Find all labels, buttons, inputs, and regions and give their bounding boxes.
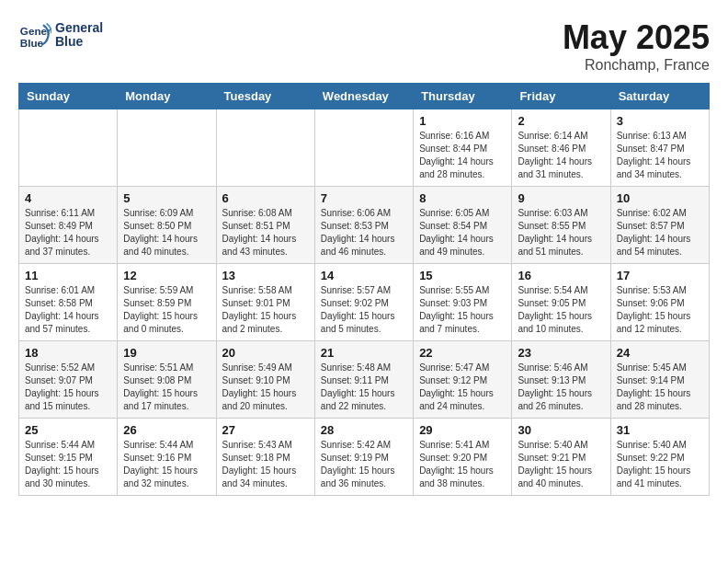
- location-title: Ronchamp, France: [563, 57, 710, 74]
- day-info: Sunrise: 5:49 AM Sunset: 9:10 PM Dayligh…: [222, 362, 309, 413]
- day-cell: 7Sunrise: 6:06 AM Sunset: 8:53 PM Daylig…: [314, 187, 413, 264]
- day-cell: 29Sunrise: 5:41 AM Sunset: 9:20 PM Dayli…: [414, 419, 512, 496]
- day-cell: 25Sunrise: 5:44 AM Sunset: 9:15 PM Dayli…: [19, 419, 118, 496]
- day-info: Sunrise: 6:13 AM Sunset: 8:47 PM Dayligh…: [617, 130, 703, 181]
- day-cell: 20Sunrise: 5:49 AM Sunset: 9:10 PM Dayli…: [216, 341, 314, 419]
- weekday-header-saturday: Saturday: [610, 84, 709, 109]
- day-cell: 19Sunrise: 5:51 AM Sunset: 9:08 PM Dayli…: [118, 341, 216, 419]
- day-info: Sunrise: 6:01 AM Sunset: 8:58 PM Dayligh…: [25, 284, 111, 336]
- day-number: 31: [617, 423, 703, 437]
- day-number: 6: [222, 191, 309, 205]
- day-cell: 23Sunrise: 5:46 AM Sunset: 9:13 PM Dayli…: [512, 341, 610, 419]
- day-cell: [216, 109, 314, 187]
- day-info: Sunrise: 6:16 AM Sunset: 8:44 PM Dayligh…: [419, 130, 506, 181]
- day-info: Sunrise: 6:05 AM Sunset: 8:54 PM Dayligh…: [419, 207, 506, 259]
- weekday-header-row: SundayMondayTuesdayWednesdayThursdayFrid…: [19, 84, 710, 109]
- day-number: 29: [419, 423, 506, 437]
- logo-text: General Blue: [55, 21, 103, 50]
- logo-line1: General: [55, 21, 103, 35]
- day-cell: 13Sunrise: 5:58 AM Sunset: 9:01 PM Dayli…: [216, 264, 314, 341]
- day-info: Sunrise: 5:40 AM Sunset: 9:21 PM Dayligh…: [518, 439, 604, 490]
- day-info: Sunrise: 6:06 AM Sunset: 8:53 PM Dayligh…: [321, 207, 407, 259]
- day-info: Sunrise: 5:47 AM Sunset: 9:12 PM Dayligh…: [419, 362, 506, 413]
- week-row-3: 11Sunrise: 6:01 AM Sunset: 8:58 PM Dayli…: [19, 264, 710, 341]
- day-info: Sunrise: 5:43 AM Sunset: 9:18 PM Dayligh…: [222, 439, 309, 490]
- day-cell: 6Sunrise: 6:08 AM Sunset: 8:51 PM Daylig…: [216, 187, 314, 264]
- day-number: 13: [222, 269, 309, 282]
- day-info: Sunrise: 5:53 AM Sunset: 9:06 PM Dayligh…: [617, 284, 703, 336]
- day-number: 19: [123, 346, 210, 360]
- day-number: 14: [321, 269, 407, 282]
- day-number: 8: [419, 191, 506, 205]
- weekday-header-monday: Monday: [118, 84, 216, 109]
- day-number: 18: [25, 346, 111, 360]
- day-info: Sunrise: 6:03 AM Sunset: 8:55 PM Dayligh…: [518, 207, 604, 259]
- day-cell: 16Sunrise: 5:54 AM Sunset: 9:05 PM Dayli…: [512, 264, 610, 341]
- day-cell: 3Sunrise: 6:13 AM Sunset: 8:47 PM Daylig…: [610, 109, 709, 187]
- week-row-5: 25Sunrise: 5:44 AM Sunset: 9:15 PM Dayli…: [19, 419, 710, 496]
- day-cell: [314, 109, 413, 187]
- day-number: 16: [518, 269, 604, 282]
- day-number: 28: [321, 423, 407, 437]
- day-cell: 8Sunrise: 6:05 AM Sunset: 8:54 PM Daylig…: [414, 187, 512, 264]
- day-cell: 5Sunrise: 6:09 AM Sunset: 8:50 PM Daylig…: [118, 187, 216, 264]
- week-row-1: 1Sunrise: 6:16 AM Sunset: 8:44 PM Daylig…: [19, 109, 710, 187]
- day-info: Sunrise: 5:45 AM Sunset: 9:14 PM Dayligh…: [617, 362, 703, 413]
- logo-line2: Blue: [55, 35, 103, 49]
- day-number: 15: [419, 269, 506, 282]
- day-info: Sunrise: 5:41 AM Sunset: 9:20 PM Dayligh…: [419, 439, 506, 490]
- day-number: 21: [321, 346, 407, 360]
- day-number: 27: [222, 423, 309, 437]
- day-cell: 28Sunrise: 5:42 AM Sunset: 9:19 PM Dayli…: [314, 419, 413, 496]
- day-info: Sunrise: 5:44 AM Sunset: 9:15 PM Dayligh…: [25, 439, 111, 490]
- title-block: May 2025 Ronchamp, France: [563, 18, 710, 74]
- page-header: General Blue General Blue May 2025 Ronch…: [18, 18, 710, 74]
- day-cell: 2Sunrise: 6:14 AM Sunset: 8:46 PM Daylig…: [512, 109, 610, 187]
- day-cell: 26Sunrise: 5:44 AM Sunset: 9:16 PM Dayli…: [118, 419, 216, 496]
- day-info: Sunrise: 6:14 AM Sunset: 8:46 PM Dayligh…: [518, 130, 604, 181]
- day-number: 22: [419, 346, 506, 360]
- day-number: 25: [25, 423, 111, 437]
- day-number: 23: [518, 346, 604, 360]
- month-title: May 2025: [563, 18, 710, 57]
- day-number: 17: [617, 269, 703, 282]
- day-info: Sunrise: 5:58 AM Sunset: 9:01 PM Dayligh…: [222, 284, 309, 336]
- day-cell: 18Sunrise: 5:52 AM Sunset: 9:07 PM Dayli…: [19, 341, 118, 419]
- day-number: 10: [617, 191, 703, 205]
- day-info: Sunrise: 5:40 AM Sunset: 9:22 PM Dayligh…: [617, 439, 703, 490]
- day-cell: 30Sunrise: 5:40 AM Sunset: 9:21 PM Dayli…: [512, 419, 610, 496]
- day-cell: 17Sunrise: 5:53 AM Sunset: 9:06 PM Dayli…: [610, 264, 709, 341]
- day-number: 20: [222, 346, 309, 360]
- week-row-2: 4Sunrise: 6:11 AM Sunset: 8:49 PM Daylig…: [19, 187, 710, 264]
- day-number: 26: [123, 423, 210, 437]
- day-info: Sunrise: 5:59 AM Sunset: 8:59 PM Dayligh…: [123, 284, 210, 336]
- day-number: 12: [123, 269, 210, 282]
- day-info: Sunrise: 5:48 AM Sunset: 9:11 PM Dayligh…: [321, 362, 407, 413]
- weekday-header-thursday: Thursday: [414, 84, 512, 109]
- day-info: Sunrise: 6:08 AM Sunset: 8:51 PM Dayligh…: [222, 207, 309, 259]
- calendar-table: SundayMondayTuesdayWednesdayThursdayFrid…: [18, 83, 710, 496]
- svg-text:Blue: Blue: [20, 37, 44, 49]
- day-info: Sunrise: 5:51 AM Sunset: 9:08 PM Dayligh…: [123, 362, 210, 413]
- day-info: Sunrise: 5:44 AM Sunset: 9:16 PM Dayligh…: [123, 439, 210, 490]
- day-number: 3: [617, 114, 703, 128]
- day-cell: 22Sunrise: 5:47 AM Sunset: 9:12 PM Dayli…: [414, 341, 512, 419]
- day-cell: 4Sunrise: 6:11 AM Sunset: 8:49 PM Daylig…: [19, 187, 118, 264]
- day-cell: 24Sunrise: 5:45 AM Sunset: 9:14 PM Dayli…: [610, 341, 709, 419]
- day-cell: 27Sunrise: 5:43 AM Sunset: 9:18 PM Dayli…: [216, 419, 314, 496]
- day-cell: 14Sunrise: 5:57 AM Sunset: 9:02 PM Dayli…: [314, 264, 413, 341]
- day-number: 1: [419, 114, 506, 128]
- logo-icon: General Blue: [18, 18, 51, 52]
- day-cell: 31Sunrise: 5:40 AM Sunset: 9:22 PM Dayli…: [610, 419, 709, 496]
- day-info: Sunrise: 6:02 AM Sunset: 8:57 PM Dayligh…: [617, 207, 703, 259]
- weekday-header-wednesday: Wednesday: [314, 84, 413, 109]
- day-info: Sunrise: 5:42 AM Sunset: 9:19 PM Dayligh…: [321, 439, 407, 490]
- week-row-4: 18Sunrise: 5:52 AM Sunset: 9:07 PM Dayli…: [19, 341, 710, 419]
- day-cell: 21Sunrise: 5:48 AM Sunset: 9:11 PM Dayli…: [314, 341, 413, 419]
- weekday-header-tuesday: Tuesday: [216, 84, 314, 109]
- day-number: 5: [123, 191, 210, 205]
- day-cell: 9Sunrise: 6:03 AM Sunset: 8:55 PM Daylig…: [512, 187, 610, 264]
- day-info: Sunrise: 5:54 AM Sunset: 9:05 PM Dayligh…: [518, 284, 604, 336]
- day-number: 24: [617, 346, 703, 360]
- day-info: Sunrise: 5:55 AM Sunset: 9:03 PM Dayligh…: [419, 284, 506, 336]
